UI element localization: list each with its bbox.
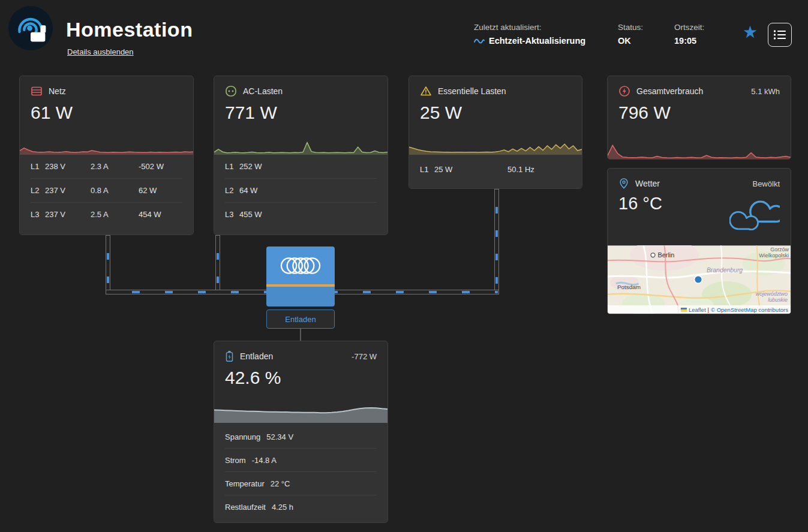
power-value: 25 W: [434, 165, 507, 174]
essential-loads-card: Essentielle Lasten 25 W L1 25 W 50.1 Hz: [408, 76, 582, 189]
table-row: L2 237 V 0.8 A 62 W: [31, 179, 182, 203]
inverter-mode-button[interactable]: Entladen: [266, 309, 335, 329]
grid-power-value: 61 W: [31, 103, 73, 123]
power-value: 62 W: [139, 186, 182, 195]
ac-loads-phase-table: L1 252 W L2 64 W L3 455 W: [214, 155, 388, 235]
weather-card: Wetter Bewölkt 16 °C: [607, 168, 791, 314]
map-attribution: Leaflet | © OpenStreetMap contributors: [608, 305, 791, 314]
status-block: Status: OK: [618, 23, 643, 46]
total-consumption-card: Gesamtverbrauch 5.1 kWh 796 W: [607, 76, 791, 160]
map-region-label-lubuskie-2: lubuskie: [768, 297, 788, 303]
table-row: Spannung 52.34 V: [225, 425, 377, 449]
consumption-icon: [618, 85, 630, 97]
map-region-label-lubuskie-1: województwo: [756, 291, 788, 297]
map-region-label-gorzow-1: Gorzów: [770, 247, 789, 253]
card-title: Gesamtverbrauch: [636, 86, 703, 96]
detail-label: Restlaufzeit: [225, 503, 266, 512]
voltage-value: 238 V: [45, 162, 91, 171]
ac-loads-card: AC-Lasten 771 W L1 252 W L2 64 W L3 455 …: [214, 76, 388, 235]
weather-map[interactable]: Berlin Potsdam Brandenburg Gorzów Wielko…: [608, 245, 791, 314]
card-title: Wetter: [635, 179, 660, 188]
battery-connection-line: [300, 329, 301, 341]
grid-phase-table: L1 238 V 2.3 A -502 W L2 237 V 0.8 A 62 …: [20, 155, 193, 235]
total-consumption-sparkline: [608, 142, 791, 160]
table-row: L1 238 V 2.3 A -502 W: [31, 155, 182, 179]
essential-loads-connection-pipe: [494, 189, 499, 294]
location-pin-icon: [618, 178, 629, 190]
last-updated-block: Zuletzt aktualisiert: Echtzeit-Aktualisi…: [474, 23, 585, 46]
detail-label: Spannung: [225, 432, 260, 441]
detail-label: Strom: [225, 456, 246, 465]
essential-loads-table: L1 25 W 50.1 Hz: [409, 155, 582, 188]
status-value: OK: [618, 36, 643, 46]
last-updated-value: Echtzeit-Aktualisierung: [489, 36, 585, 46]
attribution-separator: |: [708, 306, 709, 313]
voltage-value: 237 V: [45, 210, 91, 219]
cloud-icon: [729, 197, 780, 235]
battery-detail-table: Spannung 52.34 V Strom -14.8 A Temperatu…: [214, 423, 388, 522]
phase-label: L1: [420, 165, 434, 174]
ukraine-flag-icon: [681, 308, 687, 312]
map-location-marker: [695, 276, 702, 284]
map-region-label-gorzow-2: Wielkopolski: [759, 253, 789, 259]
socket-icon: [225, 85, 237, 97]
current-value: 2.3 A: [91, 162, 139, 171]
phase-label: L2: [31, 186, 45, 195]
total-consumption-power-value: 796 W: [618, 103, 671, 123]
grid-icon: [31, 85, 43, 97]
power-value: 64 W: [239, 186, 377, 195]
current-value: 2.5 A: [91, 210, 139, 219]
temperature-value: 16 °C: [618, 194, 662, 214]
detail-value: -14.8 A: [252, 456, 277, 465]
battery-state-label: Entladen: [240, 351, 273, 361]
osm-link[interactable]: © OpenStreetMap contributors: [711, 306, 788, 313]
voltage-value: 237 V: [45, 186, 91, 195]
card-title: Netz: [49, 86, 66, 96]
ac-loads-sparkline: [214, 137, 388, 155]
phase-label: L3: [31, 210, 45, 219]
leaflet-link[interactable]: Leaflet: [689, 306, 706, 313]
table-row: Temperatur 22 °C: [225, 472, 377, 495]
card-title: Essentielle Lasten: [438, 86, 506, 96]
status-label: Status:: [618, 23, 643, 32]
local-time-value: 19:05: [674, 36, 704, 46]
detail-value: 4.25 h: [272, 503, 293, 512]
dashboard: Homestation Details ausblenden Zuletzt a…: [0, 0, 808, 532]
local-time-block: Ortszeit: 19:05: [674, 23, 704, 46]
phase-label: L2: [225, 186, 239, 195]
ac-loads-power-value: 771 W: [225, 103, 277, 123]
current-value: 0.8 A: [91, 186, 139, 195]
last-updated-label: Zuletzt aktualisiert:: [474, 23, 585, 32]
power-value: -502 W: [139, 162, 182, 171]
table-row: L3 455 W: [225, 203, 377, 226]
map-region-label-brandenburg: Brandenburg: [707, 267, 743, 273]
grid-sparkline: [20, 137, 193, 155]
inverter-body: [266, 287, 335, 306]
page-title: Homestation: [66, 18, 193, 41]
details-toggle-link[interactable]: Details ausblenden: [67, 47, 134, 56]
essential-loads-power-value: 25 W: [420, 103, 462, 123]
grid-connection-pipe: [106, 235, 110, 294]
phase-label: L1: [225, 162, 239, 171]
ac-loads-connection-pipe: [215, 235, 220, 294]
weather-condition: Bewölkt: [752, 179, 780, 188]
power-value: 455 W: [239, 210, 377, 219]
menu-button[interactable]: [768, 23, 792, 47]
victron-logo[interactable]: [7, 5, 54, 52]
favorite-star-icon[interactable]: ★: [743, 24, 758, 41]
warning-triangle-icon: [420, 85, 432, 97]
victron-coil-logo: [266, 247, 335, 284]
table-row: L1 25 W 50.1 Hz: [420, 158, 571, 181]
battery-card: Entladen -772 W 42.6 % Spannung 52.34 V …: [214, 341, 388, 523]
frequency-value: 50.1 Hz: [507, 165, 571, 174]
card-title: AC-Lasten: [243, 86, 283, 96]
table-row: L2 64 W: [225, 179, 377, 203]
battery-power-value: -772 W: [352, 352, 377, 361]
table-row: Restlaufzeit 4.25 h: [225, 495, 377, 518]
map-city-label-berlin: Berlin: [657, 251, 674, 259]
essential-loads-sparkline: [409, 137, 582, 155]
local-time-label: Ortszeit:: [674, 23, 704, 32]
battery-soc-value: 42.6 %: [225, 368, 281, 388]
inverter-tile[interactable]: [266, 247, 335, 306]
power-value: 454 W: [139, 210, 182, 219]
